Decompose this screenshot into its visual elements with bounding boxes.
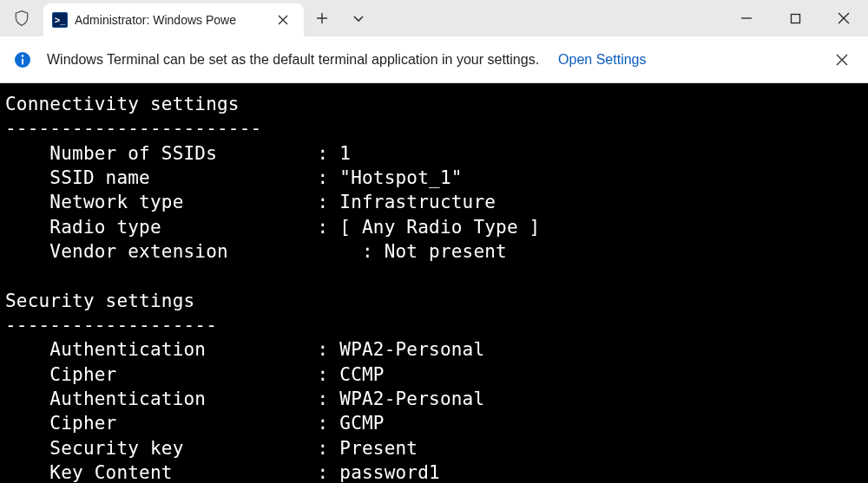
svg-point-3 <box>22 55 24 57</box>
infobar: Windows Terminal can be set as the defau… <box>0 36 868 83</box>
info-icon <box>12 49 33 70</box>
window-controls <box>722 0 868 36</box>
open-settings-link[interactable]: Open Settings <box>558 52 646 68</box>
powershell-icon: >_ <box>52 12 68 28</box>
svg-rect-0 <box>791 14 799 23</box>
tab-powershell[interactable]: >_ Administrator: Windows Powe <box>43 3 304 36</box>
minimize-button[interactable] <box>722 0 771 36</box>
maximize-button[interactable] <box>771 0 819 36</box>
infobar-close-button[interactable] <box>828 46 856 74</box>
svg-rect-2 <box>22 58 23 64</box>
uac-shield-icon <box>0 0 43 36</box>
titlebar-drag-region[interactable] <box>377 0 722 36</box>
tab-dropdown-button[interactable] <box>340 0 377 36</box>
new-tab-button[interactable] <box>304 0 340 36</box>
terminal-output[interactable]: Connectivity settings ------------------… <box>0 83 868 483</box>
titlebar: >_ Administrator: Windows Powe <box>0 0 868 36</box>
tab-title: Administrator: Windows Powe <box>75 13 264 27</box>
close-tab-button[interactable] <box>271 8 295 32</box>
close-window-button[interactable] <box>819 0 868 36</box>
infobar-message: Windows Terminal can be set as the defau… <box>47 52 539 68</box>
